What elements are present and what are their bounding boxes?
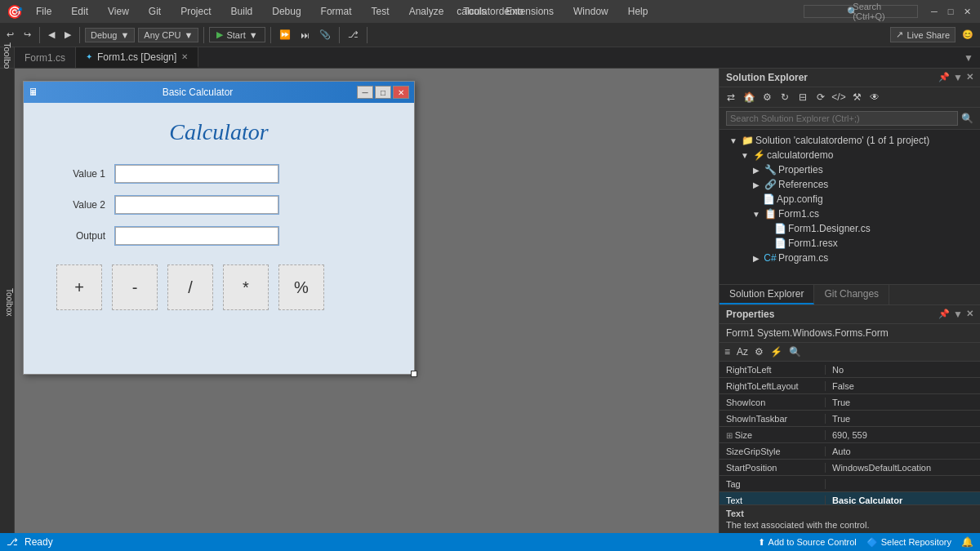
menu-view[interactable]: View: [101, 4, 136, 19]
tree-item-form1designer[interactable]: 📄 Form1.Designer.cs: [719, 221, 980, 236]
references-expand-arrow[interactable]: ▶: [751, 180, 762, 189]
title-bar-left: 🎯 File Edit View Git Project Build Debug…: [7, 4, 654, 20]
se-sync-btn[interactable]: ⇄: [723, 89, 739, 105]
se-filter-btn[interactable]: ⚙: [759, 89, 775, 105]
value2-label: Value 2: [40, 199, 105, 211]
tab-close-btn[interactable]: ✕: [181, 52, 188, 61]
step-over-btn[interactable]: ⏭: [297, 29, 313, 42]
tree-item-form1cs[interactable]: ▼ 📋 Form1.cs: [719, 207, 980, 221]
redo-btn[interactable]: ↪: [20, 28, 34, 42]
menu-project[interactable]: Project: [174, 4, 217, 19]
menu-file[interactable]: File: [29, 4, 58, 19]
divide-button[interactable]: /: [167, 264, 213, 310]
tree-item-programcs[interactable]: ▶ C# Program.cs: [719, 251, 980, 265]
project-expand-arrow[interactable]: ▼: [739, 151, 751, 160]
modulo-button[interactable]: %: [278, 264, 324, 310]
prop-row-righttoleftlayout[interactable]: RightToLeftLayout False: [719, 378, 980, 394]
menu-analyze[interactable]: Analyze: [403, 4, 451, 19]
programcs-expand-arrow[interactable]: ▶: [751, 254, 762, 263]
feedback-btn[interactable]: 😊: [959, 28, 977, 42]
properties-expand-arrow[interactable]: ▶: [751, 166, 762, 175]
tab-options-btn[interactable]: ▼: [957, 52, 980, 64]
menu-debug[interactable]: Debug: [265, 4, 307, 19]
form-close-btn[interactable]: ✕: [393, 86, 409, 99]
form1cs-expand-arrow[interactable]: ▼: [751, 210, 762, 219]
select-repository-btn[interactable]: 🔷 Select Repository: [866, 537, 951, 548]
tree-item-references[interactable]: ▶ 🔗 References: [719, 177, 980, 192]
prop-close-btn[interactable]: ✕: [966, 309, 973, 320]
prop-events-btn[interactable]: ⚡: [768, 344, 784, 359]
solution-expand-arrow[interactable]: ▼: [728, 136, 739, 145]
form-resize-handle[interactable]: [411, 371, 417, 377]
prop-cat-btn[interactable]: ≡: [723, 344, 732, 359]
prop-row-righttoleft[interactable]: RightToLeft No: [719, 362, 980, 378]
add-button[interactable]: +: [56, 264, 102, 310]
add-to-source-control-btn[interactable]: ⬆ Add to Source Control: [758, 537, 857, 548]
value2-input[interactable]: [115, 196, 278, 214]
toolbox-sidebar[interactable]: Toolbox: [0, 69, 15, 533]
prop-row-startposition[interactable]: StartPosition WindowsDefaultLocation: [719, 460, 980, 476]
search-box[interactable]: 🔍 Search (Ctrl+Q): [804, 5, 918, 18]
tree-item-properties[interactable]: ▶ 🔧 Properties: [719, 162, 980, 177]
menu-help[interactable]: Help: [621, 4, 655, 19]
output-input[interactable]: [115, 227, 278, 245]
tree-item-form1resx[interactable]: 📄 Form1.resx: [719, 236, 980, 251]
menu-build[interactable]: Build: [225, 4, 260, 19]
prop-row-size[interactable]: Size 690, 559: [719, 427, 980, 443]
toolbox-bar[interactable]: Toolbox: [0, 47, 15, 68]
subtract-button[interactable]: -: [112, 264, 158, 310]
designer-canvas[interactable]: 🖩 Basic Calculator ─ □ ✕ Calculator Valu…: [15, 69, 719, 533]
prop-name-showintaskbar: ShowInTaskbar: [719, 414, 826, 424]
value1-input[interactable]: [115, 165, 278, 183]
prop-pin-btn[interactable]: 📌: [938, 309, 950, 320]
form-minimize-btn[interactable]: ─: [357, 86, 373, 99]
tree-item-appconfig[interactable]: 📄 App.config: [719, 192, 980, 207]
se-preview-btn[interactable]: 👁: [866, 89, 883, 105]
panel-options-btn[interactable]: ▼: [953, 72, 963, 83]
cpu-config-dropdown[interactable]: Any CPU ▼: [138, 28, 198, 42]
menu-git[interactable]: Git: [142, 4, 167, 19]
undo-btn[interactable]: ↩: [3, 28, 17, 42]
prop-row-sizegripstyle[interactable]: SizeGripStyle Auto: [719, 443, 980, 460]
prop-search-btn[interactable]: 🔍: [787, 344, 803, 359]
live-share-btn[interactable]: ↗ Live Share: [890, 27, 956, 42]
prop-row-tag[interactable]: Tag: [719, 476, 980, 492]
solution-node[interactable]: ▼ 📁 Solution 'calculatordemo' (1 of 1 pr…: [719, 133, 980, 148]
minimize-button[interactable]: ─: [928, 5, 941, 18]
se-home-btn[interactable]: 🏠: [741, 89, 757, 105]
se-refresh-btn[interactable]: ↻: [777, 89, 793, 105]
se-pending-btn[interactable]: ⟳: [813, 89, 829, 105]
prop-alpha-btn[interactable]: Az: [735, 344, 750, 359]
multiply-button[interactable]: *: [223, 264, 269, 310]
solution-search-input[interactable]: [726, 111, 958, 126]
restore-button[interactable]: □: [944, 5, 957, 18]
menu-format[interactable]: Format: [314, 4, 359, 19]
menu-test[interactable]: Test: [365, 4, 396, 19]
form-restore-btn[interactable]: □: [375, 86, 391, 99]
prop-row-text[interactable]: Text Basic Calculator: [719, 492, 980, 504]
se-code-btn[interactable]: </>: [831, 89, 847, 105]
menu-window[interactable]: Window: [567, 4, 615, 19]
nav-fwd-btn[interactable]: ▶: [61, 28, 74, 42]
se-collapse-btn[interactable]: ⊟: [795, 89, 811, 105]
se-tab-git-changes[interactable]: Git Changes: [814, 285, 889, 304]
se-tab-solution-explorer[interactable]: Solution Explorer: [719, 285, 814, 304]
panel-close-btn[interactable]: ✕: [966, 72, 973, 83]
se-props-btn[interactable]: ⚒: [849, 89, 865, 105]
prop-row-showicon[interactable]: ShowIcon True: [719, 394, 980, 411]
debug-config-dropdown[interactable]: Debug ▼: [85, 28, 135, 42]
git-btn[interactable]: ⎇: [345, 28, 362, 42]
prop-row-showintaskbar[interactable]: ShowInTaskbar True: [719, 411, 980, 427]
attach-btn[interactable]: 📎: [316, 28, 334, 42]
pin-button[interactable]: 📌: [938, 72, 950, 83]
nav-back-btn[interactable]: ◀: [45, 28, 58, 42]
menu-edit[interactable]: Edit: [65, 4, 95, 19]
tab-form1cs-design[interactable]: ✦ Form1.cs [Design] ✕: [76, 47, 198, 68]
prop-props-btn[interactable]: ⚙: [753, 344, 765, 359]
project-node[interactable]: ▼ ⚡ calculatordemo: [719, 148, 980, 162]
step-into-btn[interactable]: ⏩: [276, 28, 294, 42]
tab-form1cs[interactable]: Form1.cs: [15, 47, 76, 68]
start-button[interactable]: ▶ Start ▼: [209, 27, 265, 42]
prop-options-btn[interactable]: ▼: [953, 309, 963, 320]
close-button[interactable]: ✕: [960, 5, 973, 18]
